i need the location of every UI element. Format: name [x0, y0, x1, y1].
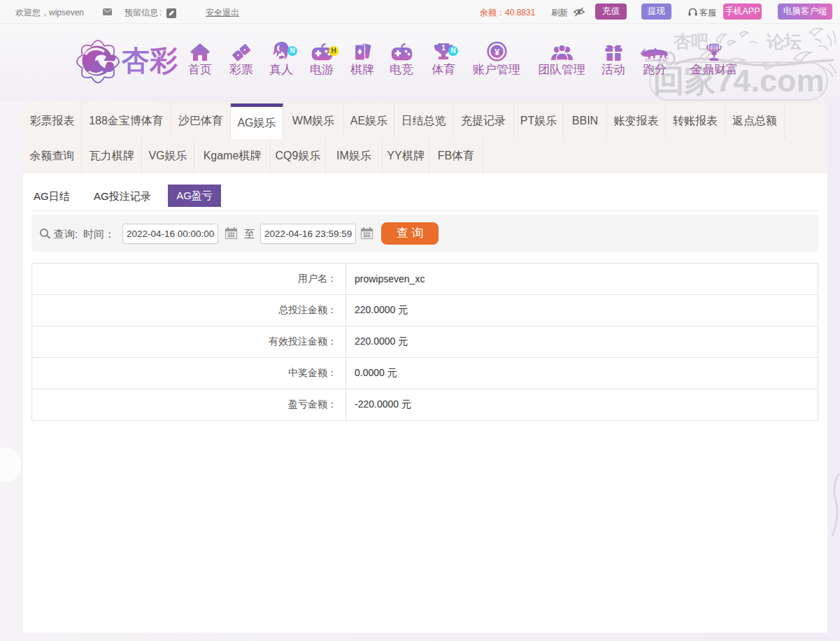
- svg-text:ZJ.lc 春华秋实: ZJ.lc 春华秋实: [646, 59, 666, 62]
- svg-text:¥: ¥: [494, 47, 499, 57]
- svg-text:1: 1: [441, 44, 446, 52]
